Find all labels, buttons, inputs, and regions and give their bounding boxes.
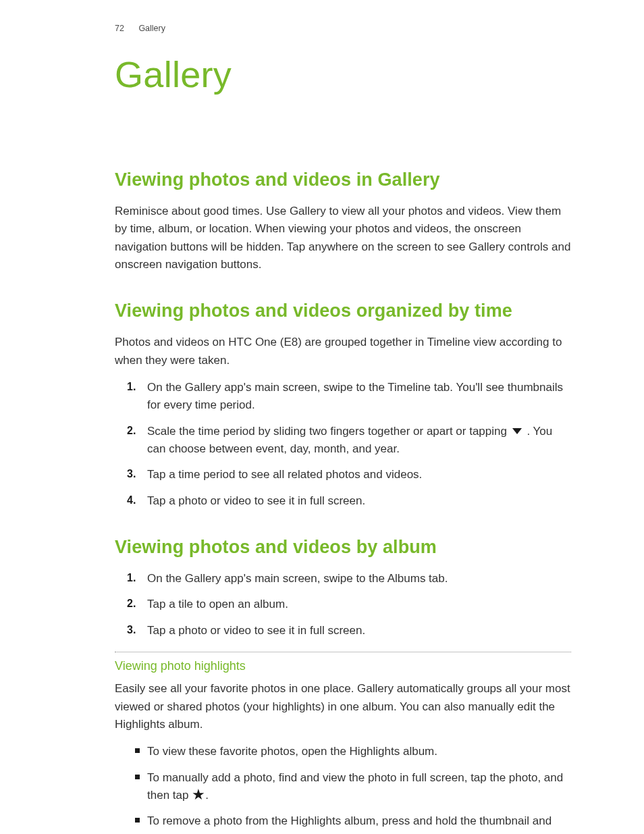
star-icon: ★ [192,787,205,802]
subsection-heading-highlights: Viewing photo highlights [115,659,571,673]
bullet-text: To manually add a photo, find and view t… [147,771,563,802]
step-item: Tap a tile to open an album. [115,596,571,613]
section-heading-by-time: Viewing photos and videos organized by t… [115,301,571,321]
body-paragraph: Reminisce about good times. Use Gallery … [115,203,571,273]
page-number: 72 [115,24,124,33]
step-item: On the Gallery app's main screen, swipe … [115,379,571,415]
step-text: Tap a photo or video to see it in full s… [147,624,365,637]
bullet-text: To view these favorite photos, open the … [147,745,437,758]
step-text: Tap a tile to open an album. [147,598,288,610]
steps-list: On the Gallery app's main screen, swipe … [115,570,571,640]
step-item: Tap a time period to see all related pho… [115,466,571,484]
body-paragraph: Easily see all your favorite photos in o… [115,680,571,733]
step-item: On the Gallery app's main screen, swipe … [115,570,571,588]
bullet-item: To remove a photo from the Highlights al… [115,812,571,834]
steps-list: On the Gallery app's main screen, swipe … [115,379,571,510]
step-text: Tap a photo or video to see it in full s… [147,494,365,507]
dotted-divider [115,652,571,652]
bullet-item: To view these favorite photos, open the … [115,743,571,760]
bullet-text: To remove a photo from the Highlights al… [147,814,552,834]
bullet-list: To view these favorite photos, open the … [115,743,571,834]
chapter-reference: Gallery [138,24,165,33]
section-heading-viewing-in-gallery: Viewing photos and videos in Gallery [115,170,571,190]
step-item: Scale the time period by sliding two fin… [115,423,571,459]
step-text: On the Gallery app's main screen, swipe … [147,572,448,585]
dropdown-icon [512,428,522,434]
document-page: 72 Gallery Gallery Viewing photos and vi… [0,0,644,834]
step-text: On the Gallery app's main screen, swipe … [147,381,563,411]
bullet-text: . [205,789,209,802]
running-header: 72 Gallery [115,24,571,33]
chapter-title: Gallery [115,53,571,95]
step-item: Tap a photo or video to see it in full s… [115,622,571,640]
step-text: Tap a time period to see all related pho… [147,468,422,481]
step-text: Scale the time period by sliding two fin… [147,425,510,438]
section-heading-by-album: Viewing photos and videos by album [115,537,571,558]
bullet-item: To manually add a photo, find and view t… [115,769,571,805]
body-paragraph: Photos and videos on HTC One (E8) are gr… [115,334,571,369]
step-item: Tap a photo or video to see it in full s… [115,492,571,510]
